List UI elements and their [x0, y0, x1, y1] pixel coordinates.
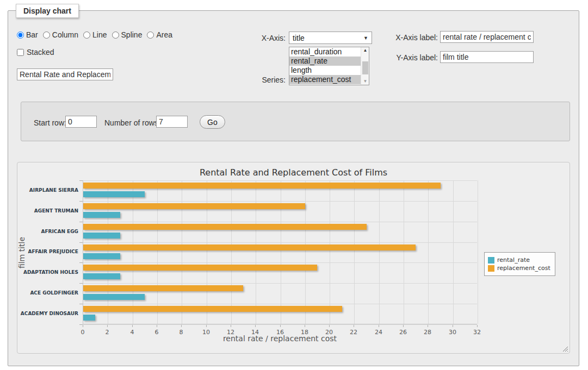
- chart-type-radio[interactable]: [83, 32, 90, 39]
- chart-type-option-spline[interactable]: Spline: [112, 30, 143, 39]
- start-row-input[interactable]: [65, 116, 97, 128]
- legend-item-rental_rate[interactable]: rental_rate: [488, 256, 550, 264]
- bar-replacement_cost[interactable]: [83, 224, 367, 230]
- bar-replacement_cost[interactable]: [83, 285, 243, 291]
- gridline-horizontal: [83, 283, 477, 284]
- gridline-vertical: [231, 180, 232, 324]
- legend-swatch: [488, 265, 494, 272]
- chart-title-input[interactable]: [17, 68, 113, 80]
- bar-replacement_cost[interactable]: [83, 183, 441, 189]
- chart-legend: rental_ratereplacement_cost: [484, 252, 555, 276]
- x-axis-label-input[interactable]: [440, 31, 534, 43]
- y-tick-mark: [79, 304, 83, 304]
- series-listbox-scrollbar[interactable]: ▲ ▼: [361, 47, 369, 85]
- x-tick-label: 4: [123, 329, 141, 336]
- bar-rental_rate[interactable]: [83, 294, 145, 300]
- x-tick-mark: [107, 325, 108, 327]
- bar-replacement_cost[interactable]: [83, 265, 317, 271]
- chart-type-option-bar[interactable]: Bar: [17, 30, 38, 39]
- x-axis-select-label: X-Axis:: [242, 34, 286, 42]
- x-tick-label: 2: [98, 329, 116, 336]
- bar-rental_rate[interactable]: [83, 273, 120, 279]
- series-option-length[interactable]: length: [289, 66, 369, 75]
- x-tick-mark: [453, 325, 453, 327]
- x-tick-label: 18: [295, 329, 314, 336]
- y-tick-mark: [79, 262, 83, 263]
- chart-type-radio[interactable]: [147, 32, 154, 39]
- chart-type-option-column[interactable]: Column: [43, 30, 78, 39]
- category-label: AGENT TRUMAN: [17, 208, 78, 214]
- x-tick-label: 16: [271, 329, 289, 336]
- series-option-rental_duration[interactable]: rental_duration: [289, 47, 369, 57]
- gridline-horizontal: [83, 262, 477, 263]
- gridline-horizontal: [83, 242, 477, 243]
- y-tick-mark: [79, 201, 83, 202]
- x-tick-label: 32: [468, 329, 486, 336]
- gridline-horizontal: [83, 222, 477, 222]
- chart-type-radio[interactable]: [112, 32, 119, 39]
- x-tick-label: 28: [418, 329, 437, 336]
- category-label: ACE GOLDFINGER: [17, 290, 78, 296]
- series-listbox[interactable]: rental_durationrental_ratelengthreplacem…: [289, 47, 369, 85]
- category-label: ACADEMY DINOSAUR: [17, 311, 78, 316]
- bar-replacement_cost[interactable]: [83, 306, 342, 312]
- start-row-label: Start row:: [34, 118, 66, 127]
- scroll-down-icon[interactable]: ▼: [361, 78, 369, 85]
- x-tick-mark: [231, 325, 231, 327]
- chart-type-radios: BarColumnLineSplineArea: [17, 30, 172, 39]
- legend-label: rental_rate: [497, 256, 530, 264]
- bar-rental_rate[interactable]: [83, 315, 95, 321]
- bar-replacement_cost[interactable]: [83, 244, 416, 250]
- legend-swatch: [488, 257, 494, 264]
- resize-handle-icon[interactable]: [562, 346, 568, 352]
- x-tick-label: 14: [246, 329, 264, 336]
- gridline-vertical: [281, 180, 281, 324]
- x-tick-mark: [305, 325, 305, 327]
- x-tick-mark: [181, 325, 182, 327]
- y-tick-mark: [79, 180, 83, 181]
- series-option-replacement_cost[interactable]: replacement_cost: [289, 75, 369, 84]
- chart-type-option-line[interactable]: Line: [83, 30, 107, 39]
- y-axis-label-label: Y-Axis label:: [390, 53, 438, 62]
- scrollbar-thumb[interactable]: [362, 61, 368, 74]
- bar-replacement_cost[interactable]: [83, 203, 305, 209]
- y-tick-mark: [79, 324, 83, 325]
- chart-type-radio[interactable]: [17, 32, 24, 39]
- x-tick-label: 30: [443, 329, 462, 336]
- x-axis-select[interactable]: title ▼: [289, 32, 372, 44]
- gridline-vertical: [453, 180, 454, 324]
- chart-type-option-area[interactable]: Area: [147, 30, 172, 39]
- go-button[interactable]: Go: [200, 115, 225, 129]
- x-tick-mark: [132, 325, 133, 327]
- bar-rental_rate[interactable]: [83, 233, 120, 239]
- num-rows-input[interactable]: [156, 116, 188, 128]
- gridline-vertical: [157, 180, 158, 324]
- bar-rental_rate[interactable]: [83, 253, 120, 259]
- chart-type-label: Line: [92, 30, 107, 39]
- x-tick-mark: [329, 325, 330, 327]
- chart-type-radio[interactable]: [43, 32, 50, 39]
- stacked-row: Stacked: [17, 48, 54, 57]
- series-option-rental_rate[interactable]: rental_rate: [289, 57, 369, 66]
- bar-rental_rate[interactable]: [83, 212, 120, 218]
- y-axis-label-input[interactable]: [440, 51, 534, 63]
- category-label: AIRPLANE SIERRA: [17, 187, 78, 193]
- num-rows-label: Number of rows:: [104, 118, 160, 127]
- x-tick-mark: [280, 325, 281, 327]
- gridline-vertical: [182, 180, 182, 324]
- x-axis-label-label: X-Axis label:: [390, 33, 438, 42]
- gridline-vertical: [478, 180, 478, 324]
- bar-rental_rate[interactable]: [83, 191, 145, 197]
- scroll-up-icon[interactable]: ▲: [361, 47, 369, 54]
- x-tick-label: 6: [147, 329, 166, 336]
- x-tick-mark: [255, 325, 256, 327]
- x-tick-mark: [379, 325, 379, 327]
- legend-item-replacement_cost[interactable]: replacement_cost: [488, 265, 550, 272]
- gridline-vertical: [404, 180, 404, 324]
- plot-area: [83, 180, 477, 324]
- x-tick-mark: [477, 325, 478, 327]
- stacked-checkbox[interactable]: [17, 49, 24, 56]
- category-label: AFRICAN EGG: [17, 229, 78, 234]
- x-tick-label: 0: [73, 329, 92, 336]
- gridline-vertical: [108, 180, 108, 324]
